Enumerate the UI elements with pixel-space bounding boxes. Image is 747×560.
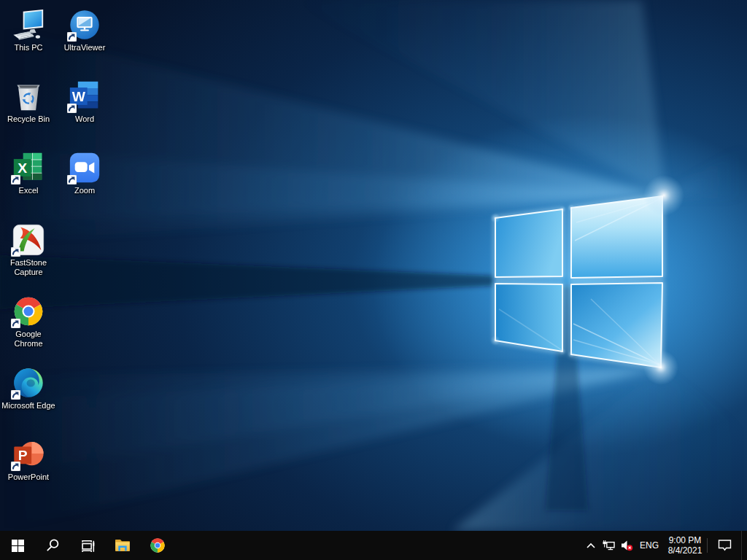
desktop-icon-microsoft-edge[interactable]: Microsoft Edge: [1, 367, 55, 411]
chrome-icon: [150, 537, 166, 553]
desktop-icon-label: Zoom: [58, 186, 112, 195]
desktop: This PC: [0, 0, 747, 531]
volume-muted-icon: [620, 540, 633, 551]
ethernet-network-icon: [603, 540, 615, 551]
shortcut-arrow-icon: [67, 32, 77, 42]
shortcut-arrow-icon: [11, 319, 20, 328]
volume-tray-button[interactable]: [617, 531, 635, 560]
desktop-icon-this-pc[interactable]: This PC: [1, 9, 55, 52]
start-button[interactable]: [0, 531, 35, 560]
action-center-icon: [718, 540, 732, 551]
search-button[interactable]: [35, 531, 70, 560]
recycle-bin-icon: [12, 80, 44, 112]
windows-logo-icon: [12, 540, 24, 552]
desktop-icon-label: FastStone Capture: [1, 258, 55, 277]
chrome-taskbar-button[interactable]: [140, 531, 175, 560]
desktop-icon-google-chrome[interactable]: Google Chrome: [1, 295, 55, 349]
chevron-up-icon: [586, 542, 596, 549]
system-tray: ENG 9:00 PM 8/4/2021: [581, 531, 747, 560]
desktop-icon-label: Recycle Bin: [1, 114, 55, 124]
windows-screen: This PC: [0, 0, 747, 560]
desktop-icon-label: Word: [58, 114, 112, 124]
clock-time: 9:00 PM: [669, 535, 702, 545]
language-label: ENG: [640, 540, 659, 551]
desktop-icon-ultraviewer[interactable]: UltraViewer: [58, 9, 112, 52]
taskbar: ENG 9:00 PM 8/4/2021: [0, 531, 747, 560]
windows-hero-wallpaper: [0, 0, 747, 531]
this-pc-icon: [12, 9, 44, 41]
desktop-icon-label: Microsoft Edge: [1, 401, 55, 411]
desktop-icon-faststone-capture[interactable]: FastStone Capture: [1, 224, 55, 277]
shortcut-arrow-icon: [11, 390, 20, 400]
search-icon: [46, 539, 59, 552]
network-tray-button[interactable]: [600, 531, 617, 560]
show-desktop-button[interactable]: [741, 531, 747, 560]
clock-date: 8/4/2021: [668, 545, 703, 556]
file-explorer-button[interactable]: [105, 531, 140, 560]
shortcut-arrow-icon: [67, 104, 77, 113]
desktop-icon-label: UltraViewer: [58, 43, 112, 52]
language-indicator[interactable]: ENG: [635, 531, 663, 560]
desktop-icon-excel[interactable]: X Excel: [1, 152, 55, 195]
desktop-icon-zoom[interactable]: Zoom: [58, 152, 112, 195]
clock[interactable]: 9:00 PM 8/4/2021: [663, 531, 707, 560]
shortcut-arrow-icon: [11, 462, 20, 471]
desktop-icon-label: Google Chrome: [1, 330, 55, 349]
task-view-icon: [81, 539, 95, 553]
desktop-icon-label: This PC: [1, 43, 55, 52]
svg-text:X: X: [18, 160, 27, 176]
taskbar-left: [0, 531, 175, 560]
desktop-icon-word[interactable]: W Word: [58, 80, 112, 124]
desktop-icon-label: PowerPoint: [1, 472, 55, 482]
desktop-icon-powerpoint[interactable]: P PowerPoint: [1, 438, 55, 482]
show-hidden-icons-button[interactable]: [581, 531, 600, 560]
shortcut-arrow-icon: [67, 175, 77, 184]
svg-text:W: W: [72, 89, 86, 104]
file-explorer-icon: [114, 537, 131, 554]
task-view-button[interactable]: [70, 531, 105, 560]
desktop-icon-label: Excel: [1, 186, 55, 195]
shortcut-arrow-icon: [11, 175, 20, 184]
shortcut-arrow-icon: [11, 247, 20, 257]
desktop-icon-recycle-bin[interactable]: Recycle Bin: [1, 80, 55, 124]
action-center-button[interactable]: [708, 531, 741, 560]
